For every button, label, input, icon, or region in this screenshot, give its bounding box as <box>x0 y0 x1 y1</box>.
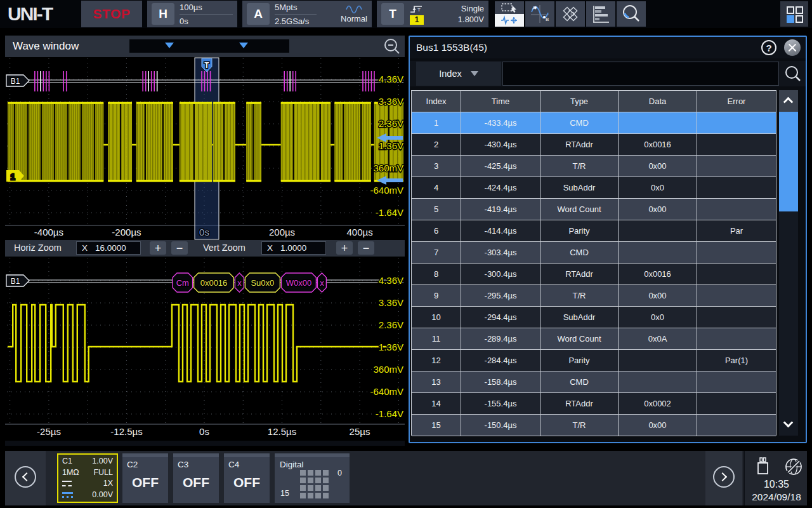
cursor-ab-button[interactable]: A B <box>525 1 554 27</box>
scroll-up-button[interactable] <box>779 90 798 112</box>
slider-marker-left[interactable] <box>165 43 174 48</box>
run-stop-button[interactable]: STOP <box>81 1 142 27</box>
trigger-level: 1.800V <box>458 14 484 25</box>
trigger-key-button[interactable]: T <box>381 3 404 25</box>
acquire-key-button[interactable]: A <box>247 3 270 25</box>
bus-table-row[interactable]: 9-295.4µsT/R0x00 <box>412 285 776 307</box>
bus-table-cell: CMD <box>540 112 619 134</box>
vert-zoom-value[interactable]: X 1.0000 <box>261 241 326 255</box>
bus-table-row[interactable]: 6-414.4µsParityPar <box>412 220 776 242</box>
prev-page-button[interactable] <box>15 466 36 488</box>
bus-table-row[interactable]: 12-284.4µsParityPar(1) <box>412 350 776 371</box>
svg-text:-12.5µs: -12.5µs <box>110 426 142 437</box>
bus-search-input[interactable] <box>502 62 779 86</box>
next-page-button[interactable] <box>713 466 735 488</box>
bus-table-row[interactable]: 11-289.4µsWord Count0x0A <box>412 328 776 350</box>
channel-1-card[interactable]: C1 1.00V 1MΩ FULL 1X 0.00V <box>57 453 118 503</box>
bus-table-cell: 12 <box>412 350 461 371</box>
bus-table-row[interactable]: 1-433.4µsCMD <box>412 112 776 134</box>
region-select-icon <box>495 1 524 14</box>
svg-text:Su0x0: Su0x0 <box>251 278 274 288</box>
bus-table-row[interactable]: 3-425.4µsT/R0x00 <box>412 156 776 177</box>
bus-table-cell: -158.4µs <box>461 371 540 393</box>
vert-zoom-decrease-button[interactable]: − <box>358 241 374 255</box>
digital-grid <box>300 470 329 498</box>
help-button[interactable]: ? <box>761 40 776 55</box>
bus-panel-titlebar: Bus1 1553B(45) <box>410 37 806 58</box>
card-strip <box>224 453 270 457</box>
measure-rulers-icon <box>561 4 580 23</box>
bus-table-row[interactable]: 14-155.4µsRTAddr0x0002 <box>412 393 776 415</box>
statistics-button[interactable] <box>586 1 615 27</box>
horizontal-settings[interactable]: H 100µs 0s <box>147 1 237 27</box>
acquire-settings[interactable]: A 5Mpts 2.5GSa/s Normal <box>242 1 372 27</box>
bus-table-row[interactable]: 10-294.4µsSubAddr0x0 <box>412 307 776 328</box>
window-layout-button[interactable] <box>780 1 808 27</box>
trigger-source-badge: 1 <box>410 15 424 25</box>
scrollbar-thumb[interactable] <box>779 112 798 211</box>
measure-button[interactable] <box>556 1 585 27</box>
vert-zoom-number: 1.0000 <box>280 243 306 253</box>
bus-table-cell: -294.4µs <box>461 307 540 328</box>
slider-marker-right[interactable] <box>239 43 248 48</box>
search-submit-button[interactable] <box>782 64 804 84</box>
horiz-zoom-decrease-button[interactable]: − <box>171 241 188 255</box>
close-button[interactable] <box>784 39 801 56</box>
channel-4-state: OFF <box>224 475 270 490</box>
bus-table-cell <box>697 285 776 307</box>
channel-1-bandwidth: FULL <box>93 467 113 478</box>
main-waveform-plot[interactable]: B1T14.36V3.36V2.36V1.36V360mV-640mV-1.64… <box>5 57 405 240</box>
svg-text:0s: 0s <box>199 227 209 237</box>
digital-channels-card[interactable]: Digital 0 15 <box>275 453 350 503</box>
svg-text:12.5µs: 12.5µs <box>268 426 296 437</box>
digital-label: Digital <box>280 460 304 469</box>
horiz-zoom-value[interactable]: X 16.0000 <box>76 241 141 255</box>
select-pan-button[interactable] <box>495 1 524 27</box>
column-header: Type <box>540 91 619 112</box>
bus-table-cell: RTAddr <box>540 393 619 415</box>
bus-table-cell: 15 <box>412 415 461 436</box>
bus-table-row[interactable]: 2-430.4µsRTAddr0x0016 <box>412 134 776 156</box>
channel-3-card[interactable]: C3 OFF <box>173 453 219 503</box>
zoom-region-slider[interactable] <box>129 39 289 53</box>
zoom-waveform-plot[interactable]: B1Cm0x0016xSu0x0W0x00x4.36V3.36V2.36V1.3… <box>5 257 405 441</box>
bandwidth-limit-icon <box>62 492 73 498</box>
svg-text:1.36V: 1.36V <box>379 342 403 352</box>
bus-table-cell: -155.4µs <box>461 393 540 415</box>
channel-4-card[interactable]: C4 OFF <box>224 453 270 503</box>
trigger-settings[interactable]: T T 1 Single 1.800V <box>377 1 488 27</box>
bus-decode-table[interactable]: IndexTimeTypeDataError 1-433.4µsCMD2-430… <box>411 90 776 436</box>
zoom-out-button[interactable] <box>383 37 401 58</box>
bus-table-cell: 7 <box>412 242 461 264</box>
clock-date: 2024/09/18 <box>745 491 808 503</box>
bus-table-cell: Word Count <box>540 199 619 220</box>
bus-table-cell: Parity <box>540 350 619 371</box>
horizontal-key-button[interactable]: H <box>152 3 174 25</box>
svg-text:1.36V: 1.36V <box>379 140 403 151</box>
bus-table-row[interactable]: 15-150.4µsT/R0x00 <box>412 415 776 436</box>
horizontal-scale: 100µs <box>180 2 233 13</box>
search-field-selector[interactable]: Index <box>416 62 501 86</box>
bus-table-row[interactable]: 13-158.4µsCMD <box>412 371 776 393</box>
svg-text:4.36V: 4.36V <box>379 275 403 286</box>
svg-text:-1.64V: -1.64V <box>376 408 403 419</box>
bus-table-row[interactable]: 5-419.4µsWord Count0x00 <box>412 199 776 220</box>
bus-table-row[interactable]: 4-424.4µsSubAddr0x0 <box>412 177 776 199</box>
scroll-down-button[interactable] <box>779 414 798 436</box>
digital-channel-cell <box>300 485 306 491</box>
horiz-zoom-increase-button[interactable]: + <box>150 241 166 255</box>
bus-table-row[interactable]: 8-300.4µsRTAddr0x0016 <box>412 264 776 285</box>
bus-table-cell: T/R <box>540 156 619 177</box>
bus-table-cell: 0x0A <box>619 328 697 350</box>
vert-zoom-increase-button[interactable]: + <box>336 241 353 255</box>
chevron-up-icon <box>783 97 794 107</box>
search-button[interactable] <box>617 1 646 27</box>
sample-rate: 2.5GSa/s <box>275 16 317 27</box>
table-scrollbar[interactable] <box>779 90 798 436</box>
bus-table-cell <box>697 199 776 220</box>
svg-text:25µs: 25µs <box>350 426 370 437</box>
bus-table-row[interactable]: 7-303.4µsCMD <box>412 242 776 264</box>
divider <box>180 14 233 15</box>
bus-table-cell: T/R <box>540 415 619 436</box>
channel-2-card[interactable]: C2 OFF <box>122 453 168 503</box>
